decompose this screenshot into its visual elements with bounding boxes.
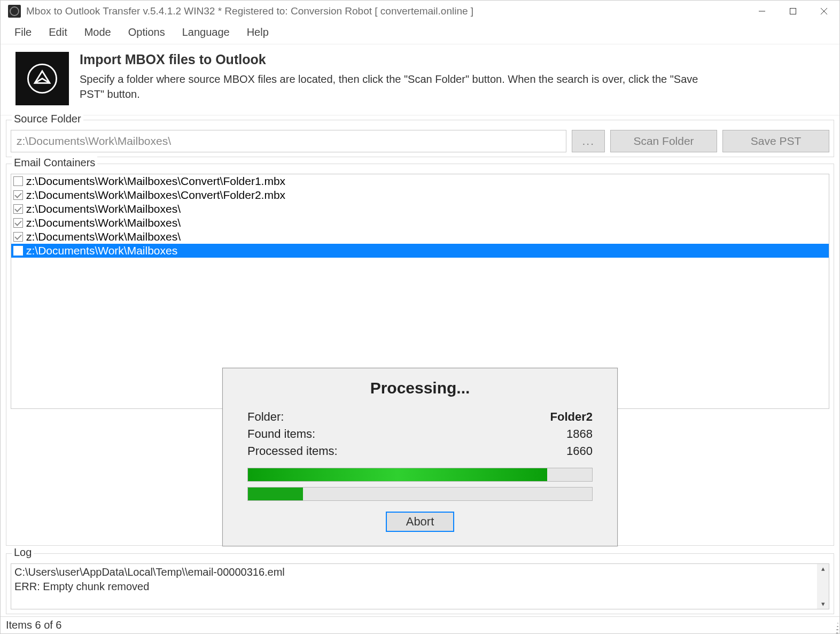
- abort-button[interactable]: Abort: [386, 512, 455, 532]
- dialog-found-value: 1868: [566, 427, 593, 441]
- dialog-folder-label: Folder:: [247, 410, 284, 424]
- source-path-input[interactable]: [11, 130, 566, 152]
- save-pst-button[interactable]: Save PST: [722, 130, 829, 152]
- header-text: Import MBOX files to Outlook Specify a f…: [80, 52, 721, 102]
- checkbox[interactable]: [13, 232, 23, 242]
- status-text: Items 6 of 6: [6, 619, 62, 631]
- list-item[interactable]: z:\Documents\Work\Mailboxes\: [11, 202, 829, 216]
- log-box[interactable]: C:\Users\user\AppData\Local\Temp\\email-…: [11, 563, 829, 609]
- maximize-button[interactable]: [777, 1, 808, 22]
- app-icon: [8, 5, 21, 18]
- dialog-found-row: Found items: 1868: [247, 427, 593, 441]
- menu-mode[interactable]: Mode: [76, 25, 120, 40]
- statusbar: Items 6 of 6 .:.::.:::: [1, 616, 839, 633]
- list-item-text: z:\Documents\Work\Mailboxes\Convert\Fold…: [26, 189, 285, 202]
- menu-edit[interactable]: Edit: [40, 25, 75, 40]
- checkbox[interactable]: [13, 204, 23, 214]
- app-window: Mbox to Outlook Transfer v.5.4.1.2 WIN32…: [0, 0, 840, 634]
- window-title: Mbox to Outlook Transfer v.5.4.1.2 WIN32…: [26, 5, 746, 17]
- list-item[interactable]: z:\Documents\Work\Mailboxes\Convert\Fold…: [11, 174, 829, 188]
- checkbox[interactable]: [13, 190, 23, 200]
- dialog-found-label: Found items:: [247, 427, 315, 441]
- menu-options[interactable]: Options: [120, 25, 174, 40]
- list-item-text: z:\Documents\Work\Mailboxes\Convert\Fold…: [26, 175, 285, 188]
- source-row: ... Scan Folder Save PST: [11, 130, 829, 152]
- source-folder-label: Source Folder: [12, 113, 83, 125]
- checkbox[interactable]: [13, 218, 23, 228]
- minimize-button[interactable]: [746, 1, 777, 22]
- menu-help[interactable]: Help: [238, 25, 277, 40]
- checkbox[interactable]: [13, 246, 23, 256]
- close-button[interactable]: [808, 1, 839, 22]
- dialog-processed-value: 1660: [566, 444, 593, 458]
- log-line: C:\Users\user\AppData\Local\Temp\\email-…: [14, 565, 815, 579]
- titlebar: Mbox to Outlook Transfer v.5.4.1.2 WIN32…: [1, 1, 839, 22]
- email-containers-label: Email Containers: [12, 157, 97, 169]
- source-folder-group: Source Folder ... Scan Folder Save PST: [6, 120, 834, 157]
- list-item-text: z:\Documents\Work\Mailboxes: [26, 244, 177, 257]
- menubar: File Edit Mode Options Language Help: [1, 22, 839, 44]
- header-panel: Import MBOX files to Outlook Specify a f…: [1, 44, 839, 115]
- list-item[interactable]: z:\Documents\Work\Mailboxes\: [11, 230, 829, 244]
- menu-language[interactable]: Language: [174, 25, 238, 40]
- header-icon: [15, 52, 69, 105]
- header-title: Import MBOX files to Outlook: [80, 52, 721, 67]
- list-item-text: z:\Documents\Work\Mailboxes\: [26, 217, 181, 229]
- scroll-up-icon[interactable]: ▴: [821, 564, 825, 574]
- log-line: ERR: Empty chunk removed: [14, 579, 815, 594]
- processing-dialog: Processing... Folder: Folder2 Found item…: [222, 368, 618, 546]
- list-item-text: z:\Documents\Work\Mailboxes\: [26, 230, 181, 243]
- main-area: Source Folder ... Scan Folder Save PST E…: [1, 115, 839, 616]
- log-group: Log C:\Users\user\AppData\Local\Temp\\em…: [6, 553, 834, 614]
- header-description: Specify a folder where source MBOX files…: [80, 72, 721, 102]
- log-label: Log: [12, 546, 34, 559]
- dialog-folder-value: Folder2: [550, 410, 593, 424]
- list-item-text: z:\Documents\Work\Mailboxes\: [26, 203, 181, 215]
- window-controls: [746, 1, 839, 22]
- checkbox[interactable]: [13, 176, 23, 186]
- dialog-processed-label: Processed items:: [247, 444, 338, 458]
- menu-file[interactable]: File: [6, 25, 40, 40]
- list-item[interactable]: z:\Documents\Work\Mailboxes\: [11, 216, 829, 230]
- dialog-processed-row: Processed items: 1660: [247, 444, 593, 458]
- list-item[interactable]: z:\Documents\Work\Mailboxes: [11, 244, 829, 258]
- log-scrollbar[interactable]: ▴ ▾: [817, 564, 829, 609]
- dialog-folder-row: Folder: Folder2: [247, 410, 593, 424]
- scan-folder-button[interactable]: Scan Folder: [610, 130, 717, 152]
- svg-rect-1: [790, 9, 796, 14]
- scroll-down-icon[interactable]: ▾: [821, 599, 825, 609]
- list-item[interactable]: z:\Documents\Work\Mailboxes\Convert\Fold…: [11, 188, 829, 202]
- browse-button[interactable]: ...: [572, 130, 605, 152]
- dialog-title: Processing...: [247, 379, 593, 397]
- progress-bar-2: [247, 487, 593, 501]
- resize-grip-icon[interactable]: .:.::.:::: [835, 623, 837, 632]
- progress-bar-1: [247, 468, 593, 482]
